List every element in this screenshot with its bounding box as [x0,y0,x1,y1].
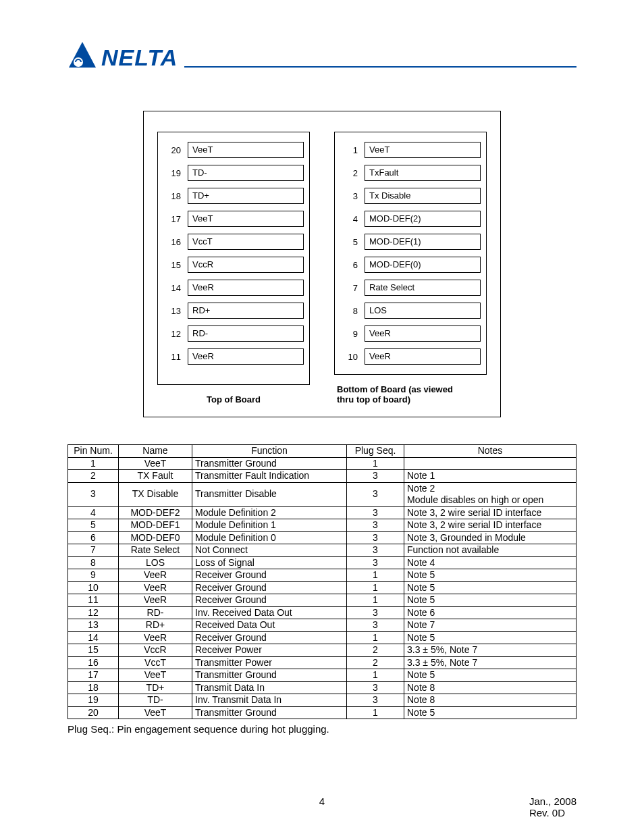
pin-row: 11VeeR [163,348,304,365]
th-notes: Notes [404,445,576,458]
pin-number: 19 [163,168,188,178]
pin-number: 13 [163,306,188,316]
pin-number: 14 [163,283,188,293]
cell-seq: 3 [347,694,404,707]
pin-number: 12 [163,329,188,339]
cell-func: Receiver Power [192,644,347,657]
cell-pin: 9 [68,569,119,582]
cell-pin: 18 [68,681,119,694]
cell-name: VeeT [119,457,192,470]
cell-name: TD+ [119,681,192,694]
footer-rev: Rev. 0D [529,807,576,818]
pin-label: MOD-DEF(1) [365,234,481,250]
cell-seq: 1 [347,706,404,719]
pin-row: 20VeeT [163,142,304,158]
cell-pin: 2 [68,470,119,483]
cell-seq: 1 [347,569,404,582]
cell-seq: 1 [347,457,404,470]
cell-func: Transmitter Fault Indication [192,470,347,483]
pin-number: 10 [340,352,365,362]
cell-name: VeeT [119,706,192,719]
table-row: 14VeeRReceiver Ground1Note 5 [68,631,576,644]
cell-seq: 3 [347,681,404,694]
header-divider [184,66,576,68]
pin-label: VeeT [188,142,304,158]
pin-label: VeeT [188,211,304,227]
logo: NELTA [68,41,178,70]
cell-func: Transmitter Disable [192,482,347,506]
table-row: 1VeeTTransmitter Ground1 [68,457,576,470]
table-row: 15VccRReceiver Power23.3 ± 5%, Note 7 [68,644,576,657]
pin-number: 4 [340,214,365,224]
cell-seq: 2 [347,644,404,657]
cell-pin: 20 [68,706,119,719]
pin-label: TD+ [188,188,304,204]
cell-func: Transmit Data In [192,681,347,694]
cell-pin: 7 [68,544,119,557]
pin-label: VeeR [365,348,481,365]
cell-notes: Note 5 [404,569,576,582]
cell-notes: Note 5 [404,631,576,644]
cell-name: VccR [119,644,192,657]
cell-name: VeeR [119,594,192,607]
pin-table: Pin Num. Name Function Plug Seq. Notes 1… [68,444,576,719]
pin-row: 3Tx Disable [340,188,481,204]
table-row: 13RD+Received Data Out3Note 7 [68,619,576,632]
cell-name: RD+ [119,619,192,632]
cell-seq: 3 [347,556,404,569]
cell-name: RD- [119,606,192,619]
cell-seq: 1 [347,631,404,644]
cell-notes: Note 5 [404,594,576,607]
cell-func: Receiver Ground [192,581,347,594]
cell-pin: 3 [68,482,119,506]
pin-number: 1 [340,145,365,155]
cell-notes: Note 2 Module disables on high or open [404,482,576,506]
cell-notes: Note 3, 2 wire serial ID interface [404,506,576,519]
pin-number: 16 [163,237,188,247]
cell-func: Receiver Ground [192,569,347,582]
pin-number: 15 [163,260,188,270]
cell-func: Module Definition 0 [192,531,347,544]
cell-func: Receiver Ground [192,594,347,607]
cell-notes: 3.3 ± 5%, Note 7 [404,656,576,669]
cell-seq: 3 [347,519,404,532]
cell-name: MOD-DEF2 [119,506,192,519]
pin-number: 11 [163,352,188,362]
table-row: 7Rate SelectNot Connect3Function not ava… [68,544,576,557]
th-pin: Pin Num. [68,445,119,458]
cell-notes: Note 3, 2 wire serial ID interface [404,519,576,532]
pin-row: 5MOD-DEF(1) [340,234,481,250]
cell-notes: Note 5 [404,706,576,719]
table-row: 8LOSLoss of Signal3Note 4 [68,556,576,569]
pin-number: 2 [340,168,365,178]
pin-row: 8LOS [340,303,481,319]
pin-label: RD+ [188,303,304,319]
cell-notes: Note 4 [404,556,576,569]
cell-name: MOD-DEF1 [119,519,192,532]
cell-seq: 1 [347,581,404,594]
th-func: Function [192,445,347,458]
cell-pin: 5 [68,519,119,532]
cell-name: MOD-DEF0 [119,531,192,544]
pin-row: 12RD- [163,325,304,342]
pin-label: VeeR [188,348,304,365]
pin-row: 14VeeR [163,280,304,296]
cell-func: Receiver Ground [192,631,347,644]
cell-seq: 2 [347,656,404,669]
table-row: 10VeeRReceiver Ground1Note 5 [68,581,576,594]
pin-label: RD- [188,325,304,342]
cell-pin: 16 [68,656,119,669]
pin-label: VccR [188,257,304,273]
table-row: 4MOD-DEF2Module Definition 23Note 3, 2 w… [68,506,576,519]
cell-name: TD- [119,694,192,707]
pin-row: 18TD+ [163,188,304,204]
pin-label: Tx Disable [365,188,481,204]
table-row: 19TD-Inv. Transmit Data In3Note 8 [68,694,576,707]
pin-number: 6 [340,260,365,270]
cell-name: TX Disable [119,482,192,506]
cell-seq: 3 [347,606,404,619]
cell-notes: Note 7 [404,619,576,632]
plug-seq-note: Plug Seq.: Pin engagement sequence durin… [68,723,576,735]
th-seq: Plug Seq. [347,445,404,458]
pin-number: 18 [163,191,188,201]
